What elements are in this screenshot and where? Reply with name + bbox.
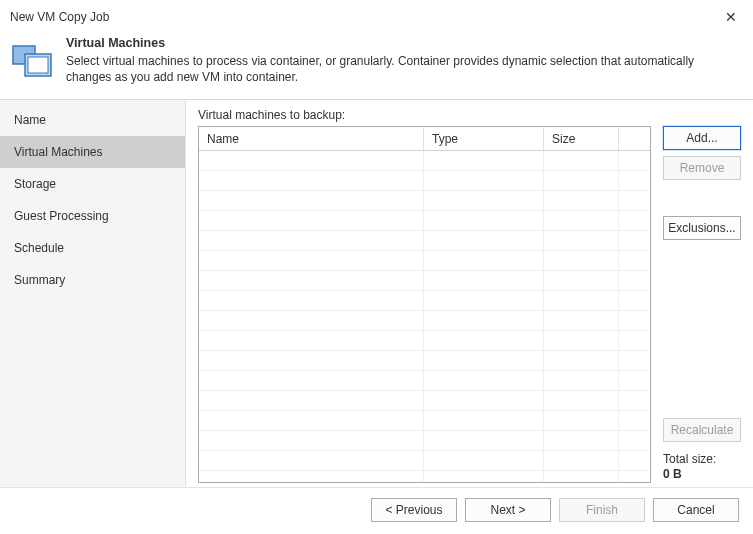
table-body[interactable]	[199, 151, 650, 482]
table-row[interactable]	[199, 471, 650, 482]
table-row[interactable]	[199, 171, 650, 191]
total-size-area: Total size: 0 B	[663, 452, 741, 483]
step-title: Virtual Machines	[66, 36, 739, 50]
add-button[interactable]: Add...	[663, 126, 741, 150]
list-label: Virtual machines to backup:	[198, 108, 651, 122]
column-header-name[interactable]: Name	[199, 128, 424, 150]
wizard-body: Name Virtual Machines Storage Guest Proc…	[0, 100, 753, 487]
column-header-spacer	[619, 135, 650, 143]
table-row[interactable]	[199, 451, 650, 471]
table-row[interactable]	[199, 231, 650, 251]
svg-rect-2	[28, 57, 48, 73]
vm-icon	[10, 36, 58, 78]
sidebar-item-summary[interactable]: Summary	[0, 264, 185, 296]
table-row[interactable]	[199, 311, 650, 331]
wizard-header: Virtual Machines Select virtual machines…	[0, 28, 753, 100]
table-row[interactable]	[199, 291, 650, 311]
table-row[interactable]	[199, 431, 650, 451]
recalculate-button[interactable]: Recalculate	[663, 418, 741, 442]
sidebar-item-virtual-machines[interactable]: Virtual Machines	[0, 136, 185, 168]
total-size-value: 0 B	[663, 467, 741, 483]
titlebar: New VM Copy Job ✕	[0, 0, 753, 28]
wizard-footer: < Previous Next > Finish Cancel	[0, 487, 753, 534]
table-row[interactable]	[199, 351, 650, 371]
table-row[interactable]	[199, 331, 650, 351]
finish-button[interactable]: Finish	[559, 498, 645, 522]
table-row[interactable]	[199, 391, 650, 411]
table-row[interactable]	[199, 151, 650, 171]
table-row[interactable]	[199, 271, 650, 291]
wizard-sidebar: Name Virtual Machines Storage Guest Proc…	[0, 100, 186, 487]
window-title: New VM Copy Job	[10, 10, 109, 24]
remove-button[interactable]: Remove	[663, 156, 741, 180]
table-row[interactable]	[199, 371, 650, 391]
sidebar-item-name[interactable]: Name	[0, 104, 185, 136]
previous-button[interactable]: < Previous	[371, 498, 457, 522]
table-row[interactable]	[199, 251, 650, 271]
table-row[interactable]	[199, 411, 650, 431]
side-button-column: Add... Remove Exclusions... Recalculate …	[663, 108, 741, 483]
step-description: Select virtual machines to process via c…	[66, 53, 739, 85]
vm-table[interactable]: Name Type Size	[198, 126, 651, 483]
sidebar-item-storage[interactable]: Storage	[0, 168, 185, 200]
table-row[interactable]	[199, 191, 650, 211]
table-header: Name Type Size	[199, 127, 650, 151]
cancel-button[interactable]: Cancel	[653, 498, 739, 522]
sidebar-item-guest-processing[interactable]: Guest Processing	[0, 200, 185, 232]
table-row[interactable]	[199, 211, 650, 231]
column-header-size[interactable]: Size	[544, 128, 619, 150]
close-icon[interactable]: ✕	[719, 9, 743, 25]
next-button[interactable]: Next >	[465, 498, 551, 522]
column-header-type[interactable]: Type	[424, 128, 544, 150]
exclusions-button[interactable]: Exclusions...	[663, 216, 741, 240]
total-size-label: Total size:	[663, 452, 741, 468]
main-panel: Virtual machines to backup: Name Type Si…	[186, 100, 753, 487]
sidebar-item-schedule[interactable]: Schedule	[0, 232, 185, 264]
